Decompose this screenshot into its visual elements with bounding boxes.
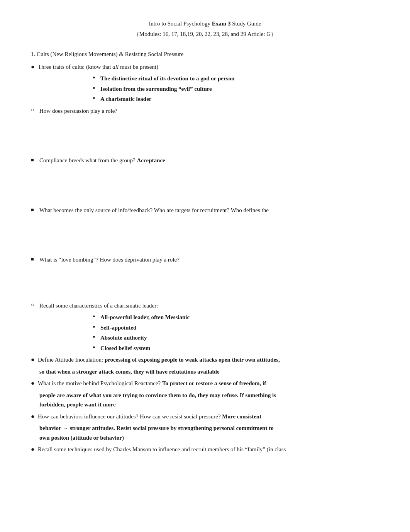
bullet-filled-circle-3: ● [31, 380, 38, 386]
square-bullet-marker-1: ■ [31, 157, 39, 162]
love-bombing-bullet: ■ What is “love bombing”? How does depri… [23, 255, 387, 264]
square-bullet-marker-3: ■ [31, 257, 39, 262]
recall-charismatic-text: Recall some characteristics of a charism… [39, 301, 387, 310]
manson-bullet: ● Recall some techniques used by Charles… [23, 445, 387, 454]
title-exam: Exam 3 [212, 20, 231, 27]
bullet-filled-circle-4: ● [31, 413, 38, 420]
spacer-4 [23, 184, 387, 199]
compliance-text: Compliance breeds what from the group? A… [39, 156, 387, 165]
compliance-bullet: ■ Compliance breeds what from the group?… [23, 156, 387, 165]
recall-charismatic-bullet: ○ Recall some characteristics of a chari… [23, 301, 387, 310]
spacer-3 [23, 168, 387, 184]
spacer-7 [23, 267, 387, 283]
spacer-6 [23, 233, 387, 248]
char2-text: Self-appointed [100, 323, 387, 332]
title-prefix: Intro to Social Psychology [149, 20, 212, 27]
info-text: What becomes the only source of info/fee… [39, 206, 387, 215]
spacer-5 [23, 218, 387, 233]
char4-bullet: ● Closed belief system [23, 344, 387, 353]
section1-title: 1. Cults (New Religious Movements) & Res… [23, 50, 387, 59]
title-suffix: Study Guide [230, 20, 261, 27]
trait2-text: Isolation from the surrounding “evil” cu… [100, 85, 387, 93]
behaviors-bullet: ● How can behaviors influence our attitu… [23, 412, 387, 421]
char1-text: All-powerful leader, often Messianic [100, 313, 387, 322]
psych-reactance-continuation2: forbidden, people want it more [23, 400, 387, 409]
circle-bullet-marker-2: ○ [31, 302, 39, 308]
title-line: Intro to Social Psychology Exam 3 Study … [23, 19, 387, 28]
trait1-bullet: ● The distinctive ritual of its devotion… [23, 74, 387, 83]
trait3-text: A charismatic leader [100, 95, 387, 104]
trait1-text: The distinctive ritual of its devotion t… [100, 74, 387, 83]
love-bombing-text: What is “love bombing”? How does depriva… [39, 255, 387, 264]
bullet-filled-small-3: ● [93, 96, 100, 100]
trait3-bullet: ● A charismatic leader [23, 95, 387, 104]
char3-text: Absolute authority [100, 333, 387, 342]
attitude-inoculation-bullet: ● Define Attitude Inoculation: processin… [23, 355, 387, 364]
spacer-1 [23, 118, 387, 134]
bullet-filled-small-4: ● [93, 314, 100, 318]
bullet-filled-small-1: ● [93, 75, 100, 80]
trait2-bullet: ● Isolation from the surrounding “evil” … [23, 85, 387, 93]
bullet-filled-small-2: ● [93, 86, 100, 90]
page-header: Intro to Social Psychology Exam 3 Study … [23, 19, 387, 38]
bullet-filled-circle-2: ● [31, 357, 38, 363]
attitude-inoculation-continuation: so that when a stronger attack comes, th… [23, 367, 387, 376]
psych-reactance-continuation1: people are aware of what you are trying … [23, 391, 387, 400]
square-bullet-marker-2: ■ [31, 207, 39, 212]
bullet-filled-circle-5: ● [31, 446, 38, 452]
char1-bullet: ● All-powerful leader, often Messianic [23, 313, 387, 322]
manson-text: Recall some techniques used by Charles M… [38, 445, 387, 454]
three-traits-bullet: ● Three traits of cults: (know that all … [23, 63, 387, 71]
persuasion-bullet: ○ How does persuasion play a role? [23, 107, 387, 116]
behaviors-continuation2: own positon (attitude or behavior) [23, 433, 387, 442]
bullet-filled-circle-1: ● [31, 64, 38, 70]
behaviors-text: How can behaviors influence our attitude… [38, 412, 387, 421]
persuasion-text: How does persuasion play a role? [39, 107, 387, 116]
char3-bullet: ● Absolute authority [23, 333, 387, 342]
circle-bullet-marker-1: ○ [31, 107, 39, 113]
behaviors-continuation1: behavior → stronger attitudes. Resist so… [23, 424, 387, 433]
bullet-filled-small-7: ● [93, 345, 100, 349]
spacer-2 [23, 134, 387, 149]
info-bullet: ■ What becomes the only source of info/f… [23, 206, 387, 215]
spacer-8 [23, 283, 387, 298]
psych-reactance-text: What is the motive behind Psychological … [38, 379, 387, 388]
bullet-filled-small-6: ● [93, 335, 100, 339]
char2-bullet: ● Self-appointed [23, 323, 387, 332]
bullet-filled-small-5: ● [93, 325, 100, 329]
modules-line: {Modules: 16, 17, 18,19, 20, 22, 23, 28,… [23, 30, 387, 39]
psych-reactance-bullet: ● What is the motive behind Psychologica… [23, 379, 387, 388]
three-traits-text: Three traits of cults: (know that all mu… [38, 63, 387, 71]
attitude-inoculation-text: Define Attitude Inoculation: processing … [38, 355, 387, 364]
char4-text: Closed belief system [100, 344, 387, 353]
